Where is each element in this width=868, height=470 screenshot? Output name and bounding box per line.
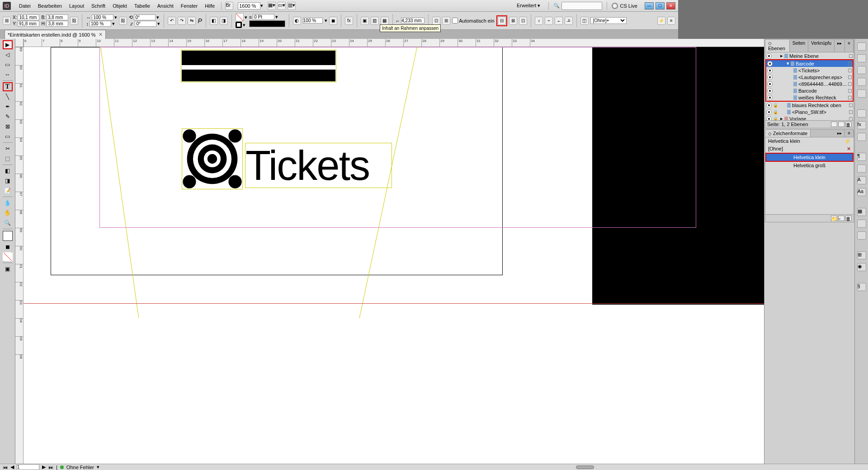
- scissors-tool[interactable]: ✂: [3, 144, 13, 153]
- fill-icon[interactable]: [236, 13, 244, 21]
- search-input[interactable]: [561, 2, 602, 10]
- object-style-select[interactable]: [Ohne]+: [590, 17, 627, 24]
- tickets-text-frame[interactable]: Tickets: [245, 143, 392, 188]
- note-tool[interactable]: 📝: [3, 186, 13, 195]
- page-tool[interactable]: ▭: [3, 60, 13, 69]
- line-tool[interactable]: ╲: [3, 92, 13, 101]
- align-left-icon[interactable]: ⫞: [535, 17, 543, 25]
- select-container-icon[interactable]: ◧: [210, 17, 218, 25]
- flip-h-icon[interactable]: ⇋: [188, 17, 196, 25]
- y-input[interactable]: [18, 21, 39, 27]
- object-style-icon[interactable]: ◫: [580, 17, 589, 25]
- fill-stroke-swatch[interactable]: [3, 231, 13, 241]
- pen-tool[interactable]: ✒: [3, 102, 13, 111]
- shear-input[interactable]: [135, 21, 156, 27]
- menu-ansicht[interactable]: Ansicht: [154, 1, 177, 10]
- text-wrap-shape-icon[interactable]: ▦: [381, 17, 389, 25]
- quick-apply-icon[interactable]: ⚡: [657, 17, 665, 25]
- speaker-frame[interactable]: [182, 128, 243, 189]
- cslive-icon[interactable]: [612, 3, 618, 9]
- rectangle-frame-tool[interactable]: ⊠: [3, 122, 13, 131]
- text-wrap-none-icon[interactable]: ▣: [361, 17, 369, 25]
- screen-mode-icon[interactable]: ▭▾: [278, 2, 286, 10]
- select-content-icon[interactable]: ◨: [220, 17, 228, 25]
- direct-selection-tool[interactable]: ◁: [3, 50, 13, 59]
- scale-x-input[interactable]: [92, 14, 113, 20]
- window-minimize-button[interactable]: —: [645, 2, 654, 9]
- view-options-icon[interactable]: ▦▾: [268, 2, 276, 10]
- fit-content-to-frame-icon[interactable]: ⊟: [498, 17, 506, 25]
- zoom-tool[interactable]: 🔍: [3, 218, 13, 227]
- rotate-ccw-icon[interactable]: ↶: [168, 17, 176, 25]
- text-wrap-bbox-icon[interactable]: ▥: [371, 17, 379, 25]
- x-input[interactable]: [18, 14, 39, 20]
- gradient-swatch-tool[interactable]: ◧: [3, 166, 13, 175]
- zoom-field[interactable]: ▾: [238, 2, 263, 9]
- menu-fenster[interactable]: Fenster: [177, 1, 201, 10]
- zoom-input[interactable]: [238, 2, 260, 9]
- gradient-feather-tool[interactable]: ◨: [3, 176, 13, 185]
- scale-y-icon: ↕: [86, 21, 89, 27]
- vertical-ruler[interactable]: 899091929394959697989900010203040506: [15, 47, 24, 373]
- window-close-button[interactable]: ✕: [666, 2, 675, 9]
- workspace-switcher[interactable]: Erweitert ▾: [513, 1, 544, 10]
- h-input[interactable]: [47, 21, 68, 27]
- link-scale-icon[interactable]: ⛓: [119, 17, 127, 25]
- close-tab-icon[interactable]: ✕: [99, 32, 103, 38]
- menu-hilfe[interactable]: Hilfe: [201, 1, 218, 10]
- free-transform-tool[interactable]: ⬚: [3, 154, 13, 163]
- menu-objekt[interactable]: Objekt: [109, 1, 131, 10]
- menu-bearbeiten[interactable]: Bearbeiten: [34, 1, 66, 10]
- align-top-icon[interactable]: ⫡: [565, 17, 573, 25]
- menu-layout[interactable]: Layout: [66, 1, 88, 10]
- fit-frame-to-content-icon[interactable]: ⊠: [509, 17, 517, 25]
- apply-color-icon[interactable]: ◼: [3, 242, 13, 251]
- horizontal-ruler[interactable]: 6789101112131415161718192021222324252627…: [24, 39, 678, 47]
- pencil-tool[interactable]: ✎: [3, 112, 13, 121]
- stroke-weight-input[interactable]: [253, 14, 274, 20]
- w-input[interactable]: [47, 14, 68, 20]
- cslive-label[interactable]: CS Live: [620, 3, 637, 9]
- link-wh-icon[interactable]: ⛓: [70, 17, 78, 25]
- gap-tool[interactable]: ↔: [3, 70, 13, 79]
- menu-datei[interactable]: Datei: [15, 1, 34, 10]
- ruler-tick: 33: [512, 39, 530, 47]
- menu-schrift[interactable]: Schrift: [88, 1, 109, 10]
- fx-icon[interactable]: fx: [345, 17, 353, 25]
- separator: [164, 14, 164, 28]
- panel-menu-icon[interactable]: ≡: [667, 17, 675, 25]
- corner-size-input[interactable]: [401, 18, 425, 24]
- selection-tool[interactable]: ▶: [3, 40, 13, 49]
- align-right-icon[interactable]: ⫠: [555, 17, 563, 25]
- stroke-style-select[interactable]: ━━━━: [249, 20, 285, 27]
- rotate-input[interactable]: [134, 14, 156, 20]
- apply-gradient-icon[interactable]: [3, 252, 13, 261]
- drop-shadow-icon[interactable]: ◼: [329, 17, 337, 25]
- canvas[interactable]: 6789101112131415161718192021222324252627…: [15, 39, 678, 373]
- screen-mode-tool[interactable]: ▣: [3, 264, 13, 273]
- type-tool[interactable]: T: [3, 82, 13, 91]
- scale-y-input[interactable]: [90, 21, 111, 27]
- stroke-icon[interactable]: [236, 22, 242, 28]
- document-tab[interactable]: *Eintrittskarten erstellen.indd @ 1600 %…: [5, 30, 106, 39]
- window-maximize-button[interactable]: ☐: [656, 2, 665, 9]
- auto-fit-checkbox[interactable]: [452, 18, 458, 24]
- menu-tabelle[interactable]: Tabelle: [131, 1, 154, 10]
- rectangle-tool[interactable]: ▭: [3, 132, 13, 141]
- dropdown-icon[interactable]: ▾: [260, 3, 263, 9]
- x-label: X:: [13, 15, 17, 20]
- ruler-tick: 15: [186, 39, 204, 47]
- ruler-origin[interactable]: [15, 39, 24, 47]
- arrange-icon[interactable]: ▥▾: [288, 2, 296, 10]
- rotate-cw-icon[interactable]: ↷: [178, 17, 186, 25]
- auto-fit-label[interactable]: Automatisch ein: [452, 18, 494, 24]
- center-content-icon[interactable]: ⊡: [519, 17, 527, 25]
- hand-tool[interactable]: ✋: [3, 208, 13, 217]
- fit-frame-prop-icon[interactable]: ⊡: [432, 17, 440, 25]
- opacity-input[interactable]: [303, 18, 323, 24]
- eyedropper-tool[interactable]: 💧: [3, 198, 13, 207]
- align-center-icon[interactable]: ⫟: [545, 17, 553, 25]
- bridge-icon[interactable]: Br: [225, 2, 233, 10]
- reference-point-icon[interactable]: ⊞: [3, 17, 11, 25]
- fit-content-prop-icon[interactable]: ⊞: [442, 17, 450, 25]
